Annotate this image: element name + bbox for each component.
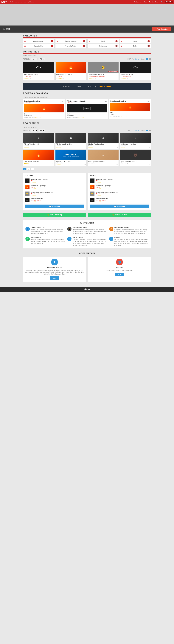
category-badge-restaurants: 0 <box>115 45 118 47</box>
search-icon[interactable]: 🔍 <box>160 1 163 3</box>
featured-post-2[interactable]: 🔥 Hoverboards Exploding?? 📍 London ★★★★☆… <box>55 62 86 80</box>
new-post-3[interactable]: ⚔ RE: Star Wars Drum Solo Unknown ☆☆☆☆☆7 <box>88 133 119 149</box>
feature-updates-title: Updates <box>115 237 149 238</box>
category-icon-hotel: ▦ <box>89 40 90 42</box>
sale-item-4[interactable]: LNX Friends with benefits 📍 South Caroli… <box>25 198 84 204</box>
category-item-personal[interactable]: ♥ Personal Lifesty... 0 <box>55 44 87 48</box>
category-item-events[interactable]: ▦ Events Happen... 0 <box>55 39 87 43</box>
review-card-1[interactable]: Hoverboards Exploding?!! 💬 1 📍 New York … <box>23 99 65 119</box>
review-1-comment-count: 💬 1 <box>61 101 64 102</box>
category-item-restaurants[interactable]: ⑁ Restaurants 0 <box>88 44 119 48</box>
new-grid-view-icon[interactable] <box>146 130 148 131</box>
feature-creeps-spam-text: About Creeps Spam spam when your searchi… <box>73 227 107 234</box>
sort-option-latest[interactable]: Latest <box>141 58 145 60</box>
sale-item-1-info: What is the point of this site? 📍 New Yo… <box>31 178 84 183</box>
signin-button[interactable]: SIGN IN <box>165 1 173 3</box>
review-1-title: Hoverboards Exploding?!! <box>24 100 41 102</box>
new-filter-select-2[interactable]: All <box>39 129 45 132</box>
sale-item-1[interactable]: LNX What is the point of this site? 📍 Ne… <box>25 178 84 184</box>
post-1-body: What is the point of this s... 📍 New Yor… <box>23 73 54 80</box>
new-post-4-image: ⚔ <box>120 133 151 143</box>
sale-item-2[interactable]: 🔥 Hoverboards Exploding?!! 📍 London ★★★★… <box>25 185 84 190</box>
top-postings-title: TOP POSTINGS <box>23 51 151 54</box>
featured-post-3[interactable]: NOT THE ANSWER 👶 The Mass shooting in Ca… <box>88 62 119 80</box>
site-logo[interactable]: LifeNX <box>1 1 7 3</box>
post-something-green-button[interactable]: 🟢 Post Something <box>23 213 86 217</box>
logo-sup: NX <box>5 1 7 2</box>
phone-icon: 📱 <box>67 227 71 231</box>
new-filter-select-1[interactable]: All <box>31 129 38 132</box>
post-2-image: 🔥 <box>56 62 86 73</box>
new-post-4[interactable]: ⚔ RE: Star Wars Drum Solo Unknown ☆☆☆☆☆5 <box>120 133 151 149</box>
review-1-image: 🔥 <box>24 104 64 112</box>
new-post-6[interactable]: Windows 10 Your Privacy Is Being Stolen … <box>55 150 86 166</box>
new-sort-rating[interactable]: Rating <box>135 130 139 131</box>
grid-view-icon[interactable] <box>146 58 148 60</box>
new-list-view-icon[interactable] <box>149 130 151 131</box>
category-item-selling[interactable]: ▦ Selling 0 <box>120 44 151 48</box>
review-card-2[interactable]: What Is the point of this site? 💬 0 📍 Lo… <box>66 99 108 119</box>
post-3-body: The Mass shooting in Cali... 📍 Californi… <box>88 73 119 80</box>
wanted-view-more-button[interactable]: 💬 View More <box>90 204 149 208</box>
new-filter-label: FILTER BY: <box>23 130 30 131</box>
wanted-item-2[interactable]: 🔥 Hoverboards Exploding?!! 📍 London ★★★★… <box>90 185 149 190</box>
featured-post-4[interactable]: LNX|✕ Friends with benefits 📍 South Caro… <box>120 62 151 80</box>
new-post-3-image: ⚔ <box>88 133 119 143</box>
new-sort-latest[interactable]: Latest <box>141 130 145 131</box>
filter-select-1[interactable]: All <box>31 58 38 60</box>
category-label-hotel: Hotel <box>101 40 105 42</box>
nav-random-post[interactable]: Random Post <box>149 1 158 3</box>
category-item-jobs[interactable]: ▦ Jobs 0 <box>120 39 151 43</box>
post-something-button[interactable]: Post Something <box>152 27 171 31</box>
new-post-2[interactable]: ⚔ RE: Star Wars Drum Solo Unknown ☆☆☆☆☆7 <box>55 133 86 149</box>
new-post-2-sub: Unknown <box>56 145 86 146</box>
review-card-3[interactable]: Hoverboards Exploding?!! 💬 1 🔥 todd "Coo… <box>109 99 151 119</box>
amazon-banner[interactable]: SHOP. CONNECT. ENJOY. amazon <box>23 83 151 90</box>
wanted-item-1-title: What is the point of this site? <box>96 178 149 180</box>
filter-select-2[interactable]: All <box>39 58 45 60</box>
post-3-location: 📍 California San Bernandino <box>89 76 118 77</box>
new-post-2-title: RE: Star Wars Drum Solo <box>56 143 86 145</box>
post-1-stars: ☆☆☆☆☆ 21 <box>24 78 53 79</box>
advertise-more-button[interactable]: More <box>50 276 59 280</box>
new-post-1[interactable]: ⚔ RE: Star Wars Drum Solo Unknown ☆☆☆☆☆0 <box>23 133 54 149</box>
new-post-2-image: ⚔ <box>55 133 86 143</box>
reviews-section: REVIEWS & COMMENTS Post comments and rev… <box>23 92 151 119</box>
nav-stats[interactable]: Stats <box>144 1 147 3</box>
category-item-hotel[interactable]: ▦ Hotel 0 <box>88 39 119 43</box>
whats-lifenx-section: WHAT'S LIFENX 👤 Forget Friends List Why … <box>23 220 151 248</box>
category-icon-apartments: ▦ <box>24 40 26 42</box>
category-label-personal: Personal Lifesty... <box>65 45 76 47</box>
nav-categories[interactable]: Categories <box>134 1 141 3</box>
wanted-item-4[interactable]: LNX Friends with benefits 📍 South Caroli… <box>90 198 149 204</box>
about-us-more-button[interactable]: More <box>115 273 124 276</box>
sort-option-rating[interactable]: Rating <box>135 58 139 60</box>
page-next-button[interactable]: » <box>30 168 34 170</box>
header: LifeNX Use browser tools and support pla… <box>0 0 174 4</box>
sort-label: SORT BY: <box>127 58 134 60</box>
featured-posts-grid: LNX|✕ What is the point of this s... 📍 N… <box>23 62 151 80</box>
new-post-6-title: Window 10, Your Privat... <box>56 160 86 162</box>
wanted-item-1[interactable]: LNX What is the point of this site? 📍 Ne… <box>90 178 149 184</box>
post-4-stars: ☆☆☆☆☆ 16 <box>121 78 150 79</box>
page-2-button[interactable]: 2 <box>27 168 30 170</box>
new-post-8[interactable]: 🐻 HAHA Apple Being Sued f... Silicon Val… <box>120 150 151 166</box>
post-4-image: LNX|✕ <box>120 62 151 73</box>
category-item-opportunities[interactable]: ▦ Opportunities 0 <box>23 44 54 48</box>
post-1-image: LNX|✕ <box>23 62 54 73</box>
advertise-card: ★ Advertise with Us Your going to want t… <box>23 256 86 282</box>
categories-section: CATEGORIES ▦ Appartmentsh... 0 ▦ Events … <box>23 35 151 48</box>
category-item-apartments[interactable]: ▦ Appartmentsh... 0 <box>23 39 54 43</box>
for-sale-view-more-button[interactable]: 💬 View More <box>25 204 84 208</box>
sale-item-3[interactable]: 👶 The Mass shooting in California 2015 📍… <box>25 192 84 197</box>
wanted-item-3[interactable]: 👶 The Mass shooting in California 2015 📍… <box>90 192 149 197</box>
new-post-4-body: RE: Star Wars Drum Solo Unknown ☆☆☆☆☆5 <box>120 143 151 149</box>
page-1-button[interactable]: 1 <box>23 168 26 170</box>
featured-post-1[interactable]: LNX|✕ What is the point of this s... 📍 N… <box>23 62 54 80</box>
list-view-icon[interactable] <box>149 58 151 60</box>
wanted-section: WANTED LNX What is the point of this sit… <box>88 173 151 210</box>
new-post-5[interactable]: 🔥 Hoverboards Exploding?!! ★★★★★25 <box>23 150 54 166</box>
post-to-wanted-button[interactable]: 🟢 Post To Wanted <box>88 213 151 217</box>
post-count: 23 post <box>3 28 10 30</box>
new-post-7[interactable]: ◉ Porn's Subliminal Messag... Los Angele… <box>88 150 119 166</box>
